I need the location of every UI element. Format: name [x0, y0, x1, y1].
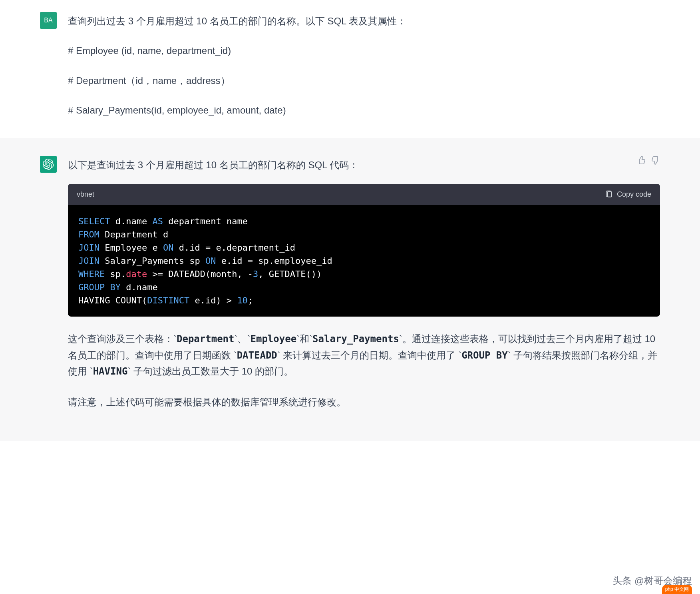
user-content: 查询列出过去 3 个月雇用超过 10 名员工的部门的名称。以下 SQL 表及其属…	[68, 12, 660, 118]
copy-code-button[interactable]: Copy code	[605, 189, 651, 200]
user-schema-line: # Department（id，name，address）	[68, 73, 660, 88]
explanation-paragraph: 这个查询涉及三个表格：`Department`、`Employee`和`Sala…	[68, 331, 660, 380]
thumbs-up-icon[interactable]	[637, 156, 646, 165]
copy-code-label: Copy code	[617, 189, 651, 200]
svg-rect-0	[608, 192, 612, 197]
assistant-explanation: 这个查询涉及三个表格：`Department`、`Employee`和`Sala…	[68, 331, 660, 411]
user-schema-line: # Salary_Payments(id, employee_id, amoun…	[68, 103, 660, 118]
user-schema-line: # Employee (id, name, department_id)	[68, 43, 660, 58]
explanation-note: 请注意，上述代码可能需要根据具体的数据库管理系统进行修改。	[68, 394, 660, 411]
assistant-intro-text: 以下是查询过去 3 个月雇用超过 10 名员工的部门名称的 SQL 代码：	[68, 157, 660, 173]
code-language-label: vbnet	[77, 189, 94, 200]
assistant-avatar	[40, 156, 57, 173]
assistant-message: 以下是查询过去 3 个月雇用超过 10 名员工的部门名称的 SQL 代码： vb…	[0, 138, 700, 441]
assistant-content: 以下是查询过去 3 个月雇用超过 10 名员工的部门名称的 SQL 代码： vb…	[68, 156, 660, 425]
user-avatar: BA	[40, 12, 57, 29]
code-content: SELECT d.name AS department_name FROM De…	[68, 205, 660, 317]
openai-logo-icon	[43, 159, 54, 170]
clipboard-icon	[605, 190, 613, 198]
user-message: BA 查询列出过去 3 个月雇用超过 10 名员工的部门的名称。以下 SQL 表…	[0, 0, 700, 138]
code-header: vbnet Copy code	[68, 184, 660, 205]
feedback-actions	[637, 156, 660, 165]
user-prompt-line: 查询列出过去 3 个月雇用超过 10 名员工的部门的名称。以下 SQL 表及其属…	[68, 14, 660, 29]
thumbs-down-icon[interactable]	[651, 156, 660, 165]
code-block: vbnet Copy code SELECT d.name AS departm…	[68, 184, 660, 317]
